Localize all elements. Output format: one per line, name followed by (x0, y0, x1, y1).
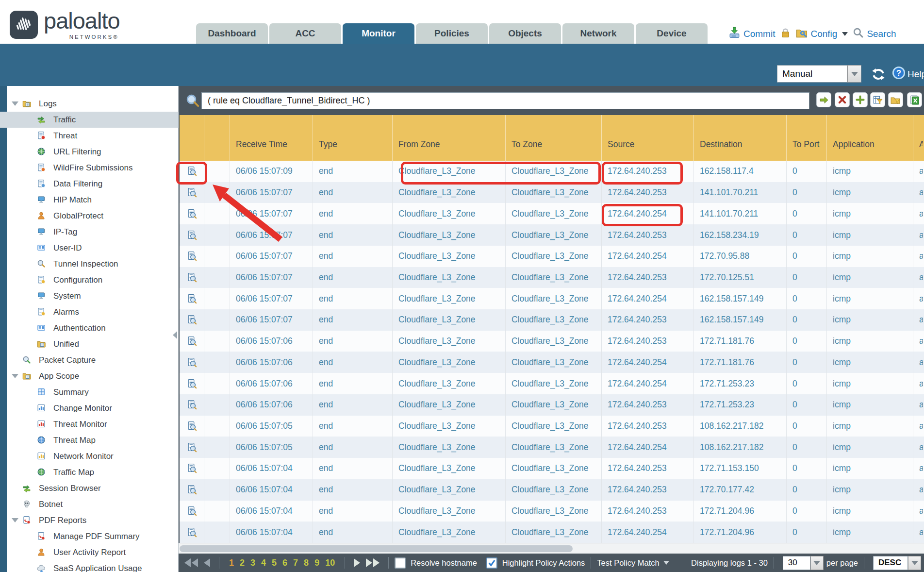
sidebar-item-ip-tag[interactable]: IP-Tag (0, 224, 179, 240)
cell-to_zone[interactable]: Cloudflare_L3_Zone (506, 437, 602, 458)
detail-log-button[interactable] (180, 246, 204, 267)
cell-from_zone[interactable]: Cloudflare_L3_Zone (393, 352, 506, 373)
page-number-3[interactable]: 3 (250, 558, 255, 568)
sidebar-item-logs[interactable]: Logs (0, 96, 179, 112)
cell-destination[interactable]: 172.71.204.96 (694, 522, 787, 543)
tab-network[interactable]: Network (562, 23, 634, 44)
cell-application[interactable]: icmp (827, 373, 913, 394)
cell-to_zone[interactable]: Cloudflare_L3_Zone (506, 288, 602, 309)
cell-destination[interactable]: 172.71.181.76 (694, 331, 787, 352)
resolve-hostname-checkbox[interactable] (395, 557, 406, 569)
cell-destination[interactable]: 172.71.153.150 (694, 458, 787, 479)
page-number-2[interactable]: 2 (240, 558, 245, 568)
column-header-detail[interactable] (180, 115, 204, 161)
cell-application[interactable]: icmp (827, 182, 913, 203)
page-number-7[interactable]: 7 (293, 558, 298, 568)
sort-order-trigger[interactable] (908, 556, 921, 570)
detail-log-button[interactable] (180, 522, 204, 543)
refresh-icon[interactable] (871, 67, 886, 82)
detail-log-button[interactable] (180, 161, 204, 182)
column-header-destination[interactable]: Destination (694, 115, 787, 161)
cell-to_zone[interactable]: Cloudflare_L3_Zone (506, 203, 602, 224)
cell-destination[interactable]: 141.101.70.211 (694, 203, 787, 224)
clear-filter-button[interactable] (835, 92, 850, 107)
detail-log-button[interactable] (180, 479, 204, 501)
cell-from_zone[interactable]: Cloudflare_L3_Zone (393, 224, 506, 246)
detail-log-button[interactable] (180, 288, 204, 309)
cell-source[interactable]: 172.64.240.254 (602, 522, 694, 543)
cell-from_zone[interactable]: Cloudflare_L3_Zone (393, 479, 506, 501)
prev-page-button[interactable] (204, 558, 210, 567)
cell-application[interactable]: icmp (827, 437, 913, 458)
cell-application[interactable]: icmp (827, 416, 913, 437)
cell-destination[interactable]: 172.71.204.96 (694, 501, 787, 522)
test-policy-match-button[interactable]: Test Policy Match (597, 558, 659, 568)
cell-destination[interactable]: 172.71.181.76 (694, 352, 787, 373)
cell-destination[interactable]: 172.70.177.42 (694, 479, 787, 501)
sidebar-item-user-id[interactable]: User-ID (0, 240, 179, 256)
page-number-10[interactable]: 10 (325, 558, 335, 568)
commit-button[interactable]: Commit (729, 27, 775, 41)
cell-to_zone[interactable]: Cloudflare_L3_Zone (506, 522, 602, 543)
cell-source[interactable]: 172.64.240.253 (602, 267, 694, 288)
cell-destination[interactable]: 172.70.95.88 (694, 246, 787, 267)
filter-query-input[interactable] (201, 92, 809, 109)
page-number-9[interactable]: 9 (314, 558, 319, 568)
cell-from_zone[interactable]: Cloudflare_L3_Zone (393, 203, 506, 224)
filter-builder-button[interactable] (870, 92, 885, 107)
cell-from_zone[interactable]: Cloudflare_L3_Zone (393, 288, 506, 309)
sidebar-item-tunnel-inspection[interactable]: Tunnel Inspection (0, 256, 179, 272)
detail-log-button[interactable] (180, 394, 204, 416)
sidebar-item-globalprotect[interactable]: GlobalProtect (0, 208, 179, 224)
expand-collapse-arrow-icon[interactable] (12, 374, 18, 378)
detail-log-button[interactable] (180, 437, 204, 458)
column-header-source[interactable]: Source (602, 115, 694, 161)
column-header-spacer[interactable] (204, 115, 230, 161)
tab-policies[interactable]: Policies (416, 23, 488, 44)
page-number-5[interactable]: 5 (272, 558, 277, 568)
sidebar-item-pdf-reports[interactable]: PDF Reports (0, 512, 179, 528)
cell-destination[interactable]: 141.101.70.211 (694, 182, 787, 203)
page-number-4[interactable]: 4 (261, 558, 266, 568)
cell-application[interactable]: icmp (827, 161, 913, 182)
sidebar-item-manage-pdf-summary[interactable]: Manage PDF Summary (0, 528, 179, 544)
cell-to_zone[interactable]: Cloudflare_L3_Zone (506, 224, 602, 246)
cell-source[interactable]: 172.64.240.253 (602, 501, 694, 522)
tab-monitor[interactable]: Monitor (343, 23, 414, 44)
cell-destination[interactable]: 162.158.157.149 (694, 309, 787, 331)
tab-dashboard[interactable]: Dashboard (196, 23, 268, 44)
detail-log-button[interactable] (180, 224, 204, 246)
cell-from_zone[interactable]: Cloudflare_L3_Zone (393, 522, 506, 543)
horizontal-scrollbar[interactable] (179, 543, 924, 554)
tab-acc[interactable]: ACC (269, 23, 341, 44)
cell-application[interactable]: icmp (827, 479, 913, 501)
cell-from_zone[interactable]: Cloudflare_L3_Zone (393, 246, 506, 267)
export-logs-button[interactable] (907, 92, 922, 107)
cell-from_zone[interactable]: Cloudflare_L3_Zone (393, 331, 506, 352)
cell-source[interactable]: 172.64.240.253 (602, 458, 694, 479)
cell-to_zone[interactable]: Cloudflare_L3_Zone (506, 352, 602, 373)
detail-log-button[interactable] (180, 416, 204, 437)
page-number-1[interactable]: 1 (229, 558, 234, 568)
sidebar-item-authentication[interactable]: Authentication (0, 320, 179, 336)
cell-source[interactable]: 172.64.240.254 (602, 288, 694, 309)
column-header-application[interactable]: Application (827, 115, 913, 161)
cell-from_zone[interactable]: Cloudflare_L3_Zone (393, 267, 506, 288)
sort-order-select[interactable]: DESC (873, 556, 921, 570)
column-header-receive_time[interactable]: Receive Time (230, 115, 313, 161)
cell-from_zone[interactable]: Cloudflare_L3_Zone (393, 416, 506, 437)
sidebar-item-threat-map[interactable]: Threat Map (0, 432, 179, 448)
cell-application[interactable]: icmp (827, 246, 913, 267)
sidebar-item-botnet[interactable]: Botnet (0, 496, 179, 512)
sidebar-item-hip-match[interactable]: HIP Match (0, 192, 179, 208)
detail-log-button[interactable] (180, 203, 204, 224)
cell-destination[interactable]: 172.71.253.23 (694, 373, 787, 394)
cell-source[interactable]: 172.64.240.254 (602, 203, 694, 224)
horizontal-scrollbar-thumb[interactable] (180, 545, 573, 552)
cell-to_zone[interactable]: Cloudflare_L3_Zone (506, 501, 602, 522)
column-header-type[interactable]: Type (313, 115, 393, 161)
column-header-from_zone[interactable]: From Zone (393, 115, 506, 161)
cell-source[interactable]: 172.64.240.254 (602, 246, 694, 267)
cell-destination[interactable]: 162.158.117.4 (694, 161, 787, 182)
cell-destination[interactable]: 172.70.125.51 (694, 267, 787, 288)
